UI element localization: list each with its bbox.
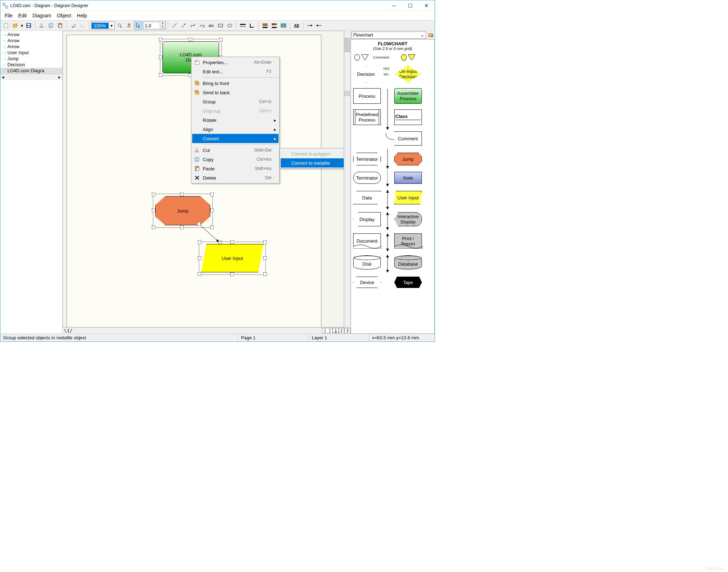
tree-item[interactable]: Arrow [0, 32, 62, 38]
pal-process[interactable]: Process [353, 88, 381, 104]
ctx-send-back[interactable]: Send to back [192, 88, 279, 97]
redo-button[interactable] [78, 21, 87, 30]
menu-file[interactable]: File [2, 12, 16, 19]
font-button[interactable]: AB [292, 21, 301, 30]
pal-database[interactable]: Database [394, 255, 422, 270]
pal-terminator-2[interactable]: Terminator [353, 172, 381, 184]
open-button[interactable] [11, 21, 19, 30]
pal-comment[interactable]: Comment [394, 131, 422, 146]
ctx-rotate[interactable]: Rotate▸ [192, 115, 279, 125]
shape-label: Jump [177, 208, 189, 214]
menu-help[interactable]: Help [74, 12, 90, 19]
pal-display[interactable]: Display [353, 212, 381, 226]
save-button[interactable] [24, 21, 33, 30]
canvas-vscroll[interactable] [344, 31, 350, 327]
pan-tool-button[interactable] [125, 21, 133, 30]
pal-note[interactable]: Note [394, 172, 422, 184]
ctx-bring-front[interactable]: Bring to front [192, 79, 279, 88]
pal-data[interactable]: Data [353, 191, 381, 204]
zoom-tool-button[interactable] [115, 21, 124, 30]
pal-tape[interactable]: Tape [394, 277, 422, 288]
spin-down[interactable]: ▼ [160, 26, 165, 29]
pal-class[interactable]: Class [394, 109, 422, 125]
ctx-convert[interactable]: Convert▸ [192, 134, 279, 143]
page-tab-3[interactable]: 3 [344, 328, 350, 333]
ctx-delete[interactable]: DeleteDel [192, 173, 279, 182]
pal-decision[interactable]: Decision [353, 66, 379, 83]
menu-diagram[interactable]: Diagram [30, 12, 54, 19]
tree-item[interactable]: Jump [0, 56, 62, 62]
copy-button[interactable] [47, 21, 55, 30]
tree-item-selected[interactable]: LO4D.com Diagra [0, 68, 62, 74]
palette-selector[interactable]: Flowchart ⌄ [351, 32, 426, 39]
canvas[interactable]: LO4D.com Diag Jump [63, 31, 344, 327]
shape-user-input[interactable]: User Input [201, 244, 263, 272]
rect-tool[interactable] [216, 21, 225, 30]
pointer-tool-button[interactable] [134, 21, 142, 30]
tree-item[interactable]: User Input [0, 50, 62, 56]
ctx-convert-metafile[interactable]: Convert to metafile [281, 158, 344, 168]
text-tool[interactable]: abc [207, 21, 216, 30]
minimize-button[interactable]: ─ [386, 0, 402, 11]
line-width-input[interactable] [143, 23, 160, 28]
menubar: File Edit Diagram Object Help [0, 11, 435, 20]
canvas-hscroll[interactable]: \1/ [ ] 1 2 3 [63, 327, 350, 334]
open-dropdown[interactable]: ▾ [20, 21, 24, 30]
tree-item[interactable]: Arrow [0, 38, 62, 44]
object-tree[interactable]: Arrow Arrow Arrow User Input Jump Decisi… [0, 31, 63, 74]
ctx-align[interactable]: Align▸ [192, 125, 279, 134]
shape-jump[interactable]: Jump [155, 196, 210, 225]
ctx-paste[interactable]: PasteShift+Ins [192, 164, 279, 173]
arrow-tool[interactable] [179, 21, 188, 30]
new-button[interactable] [2, 21, 10, 30]
maximize-button[interactable]: ☐ [402, 0, 418, 11]
pal-assembler[interactable]: Assembler Process [394, 88, 422, 104]
tree-item[interactable]: Arrow [0, 44, 62, 50]
pal-user-input[interactable]: User Input [394, 191, 422, 204]
line-width-spinner[interactable]: ▲▼ [143, 22, 166, 29]
pal-terminator[interactable]: Terminator [353, 153, 381, 165]
zoom-dropdown-icon[interactable]: ▾ [109, 23, 114, 28]
palette-settings-button[interactable] [427, 31, 435, 39]
ctx-edit-text[interactable]: Edit text...F2 [192, 67, 279, 76]
ctx-copy[interactable]: CopyCtrl+Ins [192, 155, 279, 164]
menu-object[interactable]: Object [54, 12, 74, 19]
pal-jump[interactable]: Jump [394, 153, 422, 165]
pal-print[interactable]: Print / Report [394, 233, 422, 248]
zoom-combo[interactable]: 100% ▾ [91, 22, 115, 29]
tree-hscroll[interactable]: ◂▸ [0, 74, 62, 80]
pal-on-input[interactable]: On-Input Decision [395, 66, 421, 83]
page-tab-1[interactable]: 1 [333, 328, 339, 333]
arrow-end-button[interactable] [315, 21, 323, 30]
pal-interactive[interactable]: Interactive Display [394, 212, 422, 226]
connector-tool[interactable] [189, 21, 197, 30]
ctx-properties[interactable]: Properties...Alt+Enter [192, 58, 279, 67]
pal-disk[interactable]: Disk [353, 255, 381, 270]
page-tab-left[interactable]: \1/ [63, 328, 72, 333]
spin-up[interactable]: ▲ [160, 22, 165, 26]
cut-button[interactable] [38, 21, 46, 30]
ctx-group[interactable]: GroupCtrl+G [192, 97, 279, 106]
svg-line-24 [182, 24, 185, 28]
pal-predefined[interactable]: Predefined Process [353, 109, 381, 125]
ellipse-tool[interactable] [225, 21, 234, 30]
picture-button[interactable] [279, 21, 288, 30]
line-tool[interactable] [170, 21, 179, 30]
tree-item[interactable]: Decision [0, 62, 62, 68]
curve-tool[interactable] [198, 21, 206, 30]
pal-device[interactable]: Device [353, 277, 381, 288]
line-style-button[interactable] [239, 21, 247, 30]
menu-edit[interactable]: Edit [16, 12, 30, 19]
undo-button[interactable] [69, 21, 78, 30]
palette-body[interactable]: FLOWCHART (Use 2.5 or 5 mm grid) Connect… [351, 39, 435, 334]
page-tab-2[interactable]: 2 [339, 328, 345, 333]
page-bracket[interactable]: [ ] [322, 328, 333, 333]
close-button[interactable]: ✕ [418, 0, 435, 11]
line-color-button[interactable] [261, 21, 269, 30]
pal-document[interactable]: Document [353, 233, 381, 248]
arrow-start-button[interactable] [305, 21, 314, 30]
paste-button[interactable] [56, 21, 64, 30]
ctx-cut[interactable]: CutShift+Del [192, 146, 279, 155]
fill-color-button[interactable] [270, 21, 279, 30]
corner-button[interactable] [248, 21, 256, 30]
